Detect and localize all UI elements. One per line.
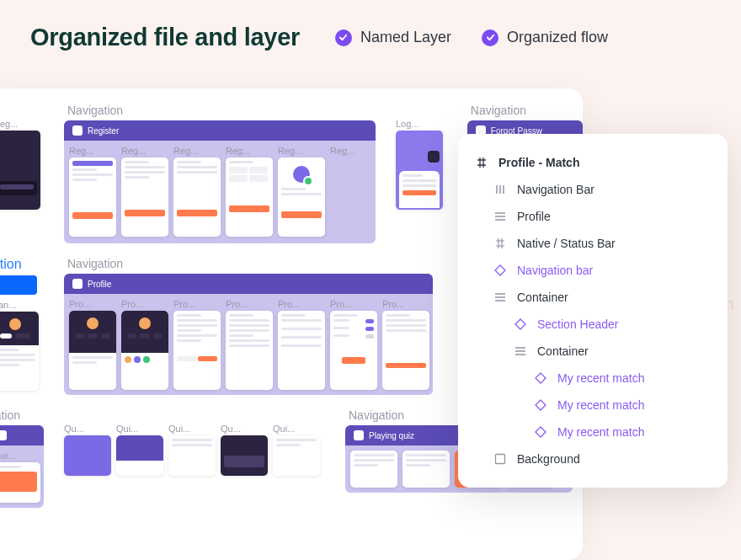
diamond-icon [534, 371, 547, 385]
section-label: Navigation [56, 104, 384, 117]
screen-thumb[interactable] [330, 311, 377, 390]
layer-item-background[interactable]: Background [458, 445, 728, 472]
screen-thumb[interactable] [0, 312, 39, 391]
thumb-label: Reg... [69, 146, 116, 156]
section-label: gation [0, 408, 44, 422]
frame-icon [354, 430, 364, 440]
layer-label: Profile [517, 210, 551, 223]
layer-label: My recent match [557, 425, 644, 439]
screen-thumb[interactable] [0, 131, 40, 210]
screen-thumb[interactable] [382, 311, 429, 390]
layer-label: Container [537, 344, 589, 358]
screen-thumb[interactable] [121, 157, 168, 237]
layers-panel[interactable]: Profile - Match Navigation Bar Profile N… [458, 134, 728, 488]
diamond-icon [514, 317, 527, 331]
layer-item-recent-match[interactable]: My recent match [458, 365, 728, 392]
frame-title: Register [88, 126, 119, 136]
layer-item-recent-match[interactable]: My recent match [458, 392, 728, 419]
rect-icon [493, 452, 507, 466]
screen-thumb[interactable] [121, 311, 168, 390]
frame-header[interactable]: Profile [64, 274, 433, 294]
badge-label: Organized flow [507, 29, 608, 46]
screen-thumb[interactable] [69, 311, 116, 390]
layer-item-section-header[interactable]: Section Header [458, 311, 728, 338]
thumb-label: Pro... [382, 299, 429, 309]
thumb-label: Qui... [116, 424, 163, 434]
screen-thumb[interactable] [273, 435, 320, 476]
section-label-selected: gation [0, 257, 44, 272]
layer-label: Background [517, 452, 580, 466]
badge-named-layer: Named Layer [335, 29, 451, 46]
thumb-label: Pro... [330, 299, 377, 309]
layer-label: Navigation bar [517, 264, 593, 277]
section-label: Navigation [459, 104, 583, 117]
screen-thumb[interactable] [402, 451, 450, 488]
page-header: Organized file and layer Named Layer Org… [0, 0, 741, 68]
frame-icon [72, 279, 83, 289]
thumb-label: Qu... [221, 424, 268, 434]
badge-organized-flow: Organized flow [482, 29, 608, 46]
layer-item-navigation-bar[interactable]: Navigation Bar [458, 176, 728, 203]
screen-thumb[interactable] [278, 311, 325, 390]
screen-thumb[interactable] [0, 462, 40, 503]
thumb-label: Ran... [0, 300, 40, 310]
frame-icon [72, 125, 83, 136]
hash-icon [493, 237, 507, 250]
thumb-label: Qui... [0, 451, 40, 461]
layer-item-recent-match[interactable]: My recent match [458, 419, 728, 445]
layer-label: My recent match [557, 371, 644, 385]
layer-label: Native / Status Bar [517, 237, 616, 250]
thumb-label: Reg... [226, 146, 273, 156]
screen-thumb[interactable] [168, 435, 216, 476]
thumb-label: Log... [396, 119, 443, 129]
screen-thumb[interactable] [64, 435, 111, 476]
screen-thumb[interactable] [173, 157, 221, 237]
section-label: Navigation [56, 257, 441, 270]
layer-label: Section Header [537, 317, 619, 331]
layer-item-navigation-bar-component[interactable]: Navigation bar [458, 257, 728, 284]
layer-item-container-nested[interactable]: Container [458, 338, 728, 365]
badge-label: Named Layer [360, 29, 451, 46]
badges: Named Layer Organized flow [335, 29, 608, 46]
thumb-label: Pro... [69, 299, 116, 309]
lines-icon [493, 291, 507, 304]
diamond-icon [534, 425, 547, 439]
lines-icon [514, 344, 527, 358]
thumb-label: Reg... [121, 146, 168, 156]
thumb-label: Pro... [121, 299, 168, 309]
thumb-label: Qui... [273, 424, 320, 434]
frame-header[interactable]: Register [64, 120, 376, 141]
layer-item-profile[interactable]: Profile [458, 203, 728, 230]
check-icon [335, 29, 352, 46]
screen-thumb[interactable] [173, 311, 221, 390]
screen-thumb[interactable] [221, 435, 268, 476]
layer-label: Profile - Match [498, 156, 579, 169]
lines-icon [493, 210, 507, 223]
thumb-label: Reg... [278, 146, 325, 156]
selected-frame[interactable] [0, 275, 37, 295]
layer-item-status-bar[interactable]: Native / Status Bar [458, 230, 728, 257]
screen-thumb[interactable] [350, 451, 397, 488]
thumb-label: Pro... [226, 299, 273, 309]
layer-label: Navigation Bar [517, 183, 594, 196]
screen-thumb[interactable] [278, 157, 325, 237]
diamond-icon [534, 398, 547, 412]
thumb-label: Pro... [278, 299, 325, 309]
screen-thumb[interactable] [116, 435, 163, 476]
layer-label: Container [517, 291, 568, 304]
svg-rect-0 [496, 455, 505, 464]
thumb-label: Reg... [330, 146, 370, 156]
diamond-icon [493, 264, 507, 277]
layer-item-container[interactable]: Container [458, 284, 728, 311]
page-title: Organized file and layer [30, 24, 300, 51]
thumb-label: Qu... [64, 424, 111, 434]
frame-title: Profile [88, 280, 111, 289]
screen-thumb[interactable] [226, 311, 273, 390]
screen-thumb[interactable] [69, 157, 116, 237]
layer-frame-title[interactable]: Profile - Match [458, 149, 728, 176]
frame-title: Playing quiz [369, 431, 414, 440]
thumb-label: Reg... [0, 119, 40, 129]
screen-thumb[interactable] [396, 131, 443, 210]
thumb-label: Reg... [173, 146, 221, 156]
screen-thumb[interactable] [226, 157, 273, 237]
